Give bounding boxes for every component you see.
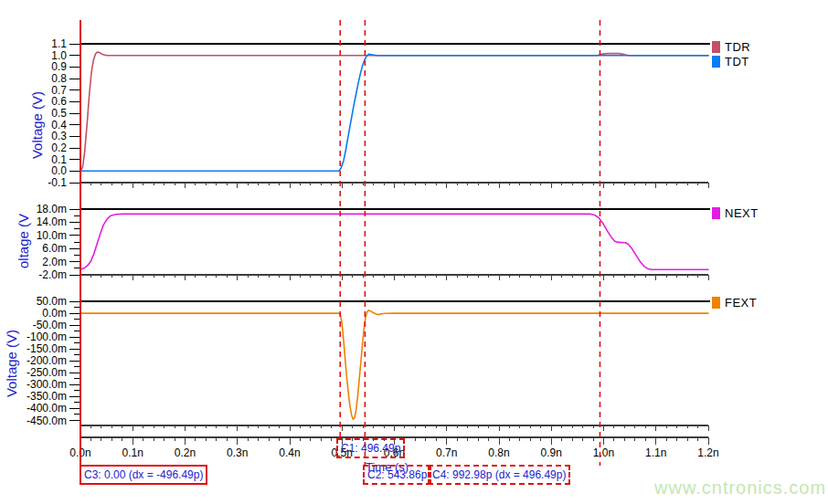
tick-label: 0.8n	[488, 446, 509, 459]
cursor-label-c3[interactable]: C3: 0.00 (dx = -496.49p)	[80, 465, 207, 485]
legend-item-tdt[interactable]: TDT	[712, 55, 749, 68]
tick-label: 14.0m	[37, 215, 67, 228]
y-axis-title-fext: Voltage (V)	[4, 295, 18, 432]
legend-label: TDT	[725, 55, 749, 68]
trace-tdr	[80, 52, 708, 171]
trace-tdt	[80, 54, 708, 171]
tick-label: 1.1n	[645, 446, 666, 459]
tick-label: 0.0m	[42, 307, 67, 320]
tick-label: 0.2n	[175, 446, 196, 459]
tick-label: 0.4n	[279, 446, 300, 459]
tdr-swatch-icon	[712, 41, 720, 53]
tick-label: -400.0m	[27, 402, 67, 415]
tick-label: 0.9n	[541, 446, 562, 459]
watermark: www.cntronics.com	[654, 478, 826, 499]
tick-label: -350.0m	[27, 390, 67, 403]
legend-item-fext[interactable]: FEXT	[712, 296, 757, 310]
tick-label: -200.0m	[27, 354, 67, 367]
panel-fext: 50.0m0.0m-50.0m-100.0m-150.0m-200.0m-250…	[27, 295, 710, 431]
legend-item-next[interactable]: NEXT	[712, 206, 759, 220]
waveform-viewer: 1.11.00.90.80.70.60.50.40.30.20.10.0-0.1…	[0, 0, 828, 504]
tick-label: -150.0m	[27, 342, 67, 355]
tick-label: 6.0m	[42, 242, 67, 255]
tick-label: 0.7n	[436, 446, 457, 459]
tick-label: 50.0m	[37, 295, 67, 308]
y-axis-title-tdr-tdt: Voltage (V)	[29, 57, 44, 194]
legend-label: NEXT	[725, 206, 759, 220]
tick-label: 2.0m	[42, 256, 67, 268]
tick-label: 1.2n	[697, 446, 718, 459]
tick-label: -100.0m	[27, 331, 67, 343]
tick-label: -0.1	[48, 176, 67, 189]
legend-label: FEXT	[725, 296, 757, 310]
y-axis-title-next: oltage (V	[16, 173, 30, 310]
cursor-label-c4[interactable]: C4: 992.98p (dx = 496.49p)	[428, 465, 570, 485]
trace-next	[80, 214, 708, 269]
tick-label: -2.0m	[38, 268, 67, 281]
tick-label: -450.0m	[27, 415, 67, 427]
panel-next: 18.0m14.0m10.0m6.0m2.0m-2.0m	[37, 203, 710, 281]
tick-label: -300.0m	[27, 378, 67, 391]
cursor-label-c2[interactable]: C2: 543.86p	[363, 465, 431, 485]
trace-fext	[80, 310, 708, 419]
tick-label: -50.0m	[33, 319, 67, 331]
plot-area[interactable]: 1.11.00.90.80.70.60.50.40.30.20.10.0-0.1…	[0, 0, 828, 504]
tick-label: 0.3n	[227, 446, 248, 459]
tdt-swatch-icon	[712, 56, 720, 68]
legend-label: TDR	[725, 40, 750, 54]
tick-label: 18.0m	[37, 203, 67, 215]
tick-label: -250.0m	[27, 366, 67, 379]
tick-label: 0.1n	[122, 446, 143, 459]
cursor-label-c1[interactable]: C1: 496.49p	[336, 438, 405, 458]
tick-label: 10.0m	[37, 229, 67, 242]
next-swatch-icon	[712, 207, 720, 219]
tick-label: 1.0n	[593, 446, 614, 459]
legend-item-tdr[interactable]: TDR	[712, 40, 750, 54]
panel-tdr-tdt: 1.11.00.90.80.70.60.50.40.30.20.10.0-0.1	[48, 37, 710, 189]
fext-swatch-icon	[712, 297, 720, 309]
